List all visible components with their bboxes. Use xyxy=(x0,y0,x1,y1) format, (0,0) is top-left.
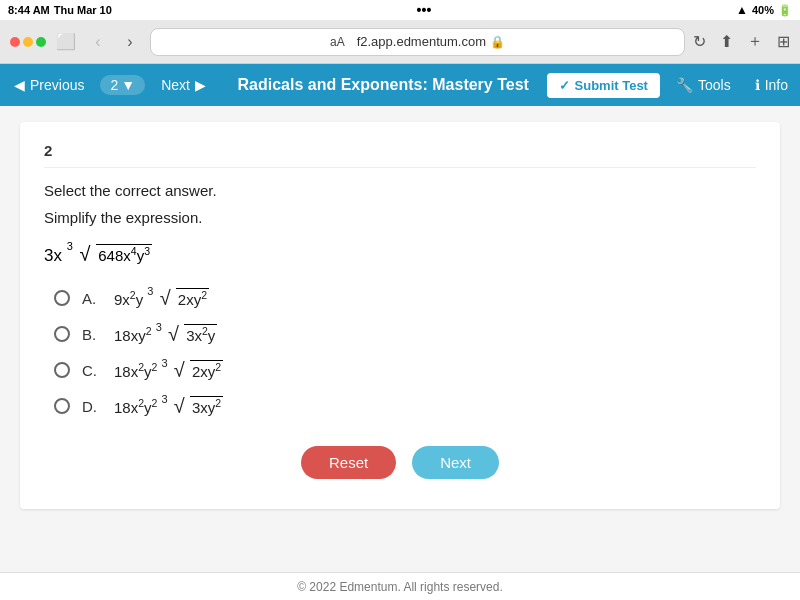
radio-c[interactable] xyxy=(54,362,70,378)
radical-index-main: 3 xyxy=(67,240,73,252)
submit-label: Submit Test xyxy=(575,78,648,93)
question-card: 2 Select the correct answer. Simplify th… xyxy=(20,122,780,509)
radical-index-d: 3 xyxy=(162,393,168,405)
font-size-label: aA xyxy=(330,35,345,49)
dots-icon: ••• xyxy=(417,2,432,18)
grid-btn[interactable]: ⊞ xyxy=(777,32,790,51)
new-tab-btn[interactable]: ＋ xyxy=(747,31,763,52)
minimize-dot[interactable] xyxy=(23,37,33,47)
choice-d-content: 18x2y2 3 √ 3xy2 xyxy=(114,396,223,416)
test-title: Radicals and Exponents: Mastery Test xyxy=(220,76,547,94)
date-display: Thu Mar 10 xyxy=(54,4,112,16)
info-button[interactable]: ℹ Info xyxy=(743,64,800,106)
maximize-dot[interactable] xyxy=(36,37,46,47)
info-label: Info xyxy=(765,77,788,93)
reload-btn[interactable]: ↻ xyxy=(693,32,706,51)
address-bar[interactable]: aA f2.app.edmentum.com 🔒 xyxy=(150,28,685,56)
next-icon: ▶ xyxy=(195,77,206,93)
question-number: 2 xyxy=(44,142,756,168)
next-button-main[interactable]: Next xyxy=(412,446,499,479)
footer: © 2022 Edmentum. All rights reserved. xyxy=(0,572,800,600)
wifi-icon: ▲ xyxy=(736,3,748,17)
battery-icon: 🔋 xyxy=(778,4,792,17)
question-num-text: 2 xyxy=(110,77,118,93)
question-instruction: Select the correct answer. xyxy=(44,182,756,199)
status-bar: 8:44 AM Thu Mar 10 ••• ▲ 40% 🔋 xyxy=(0,0,800,20)
choice-a[interactable]: A. 9x2y 3 √ 2xy2 xyxy=(54,288,756,308)
choice-d-label: D. xyxy=(82,398,102,415)
check-icon: ✓ xyxy=(559,78,570,93)
tools-icon: 🔧 xyxy=(676,77,693,93)
radical-index-a: 3 xyxy=(147,285,153,297)
status-center: ••• xyxy=(417,2,432,18)
submit-test-button[interactable]: ✓ Submit Test xyxy=(547,73,660,98)
dropdown-icon: ▼ xyxy=(121,77,135,93)
question-number-badge[interactable]: 2 ▼ xyxy=(100,75,145,95)
choice-b-content: 18xy2 3 √ 3x2y xyxy=(114,324,217,344)
radical-index-b: 3 xyxy=(156,321,162,333)
address-text: f2.app.edmentum.com xyxy=(357,34,486,49)
close-dot[interactable] xyxy=(10,37,20,47)
browser-back-btn[interactable]: ‹ xyxy=(86,30,110,54)
expression-coefficient: 3x xyxy=(44,246,62,265)
choice-c-content: 18x2y2 3 √ 2xy2 xyxy=(114,360,223,380)
radio-d[interactable] xyxy=(54,398,70,414)
radical-index-c: 3 xyxy=(162,357,168,369)
choice-a-content: 9x2y 3 √ 2xy2 xyxy=(114,288,209,308)
next-label-toolbar: Next xyxy=(161,77,190,93)
previous-icon: ◀ xyxy=(14,77,25,93)
time-display: 8:44 AM xyxy=(8,4,50,16)
tools-label: Tools xyxy=(698,77,731,93)
choice-b-label: B. xyxy=(82,326,102,343)
choice-c-label: C. xyxy=(82,362,102,379)
lock-icon: 🔒 xyxy=(490,35,505,49)
browser-traffic-lights xyxy=(10,37,46,47)
reset-button[interactable]: Reset xyxy=(301,446,396,479)
question-prompt: Simplify the expression. xyxy=(44,209,756,226)
app-toolbar: ◀ Previous 2 ▼ Next ▶ Radicals and Expon… xyxy=(0,64,800,106)
browser-tab-btn[interactable]: ⬜ xyxy=(54,30,78,54)
previous-button[interactable]: ◀ Previous xyxy=(0,64,98,106)
toolbar-right: ✓ Submit Test 🔧 Tools ℹ Info xyxy=(547,64,800,106)
browser-chrome: ⬜ ‹ › aA f2.app.edmentum.com 🔒 ↻ ⬆ ＋ ⊞ xyxy=(0,20,800,64)
radical-symbol-main: √ xyxy=(80,243,91,265)
choice-c[interactable]: C. 18x2y2 3 √ 2xy2 xyxy=(54,360,756,380)
previous-label: Previous xyxy=(30,77,84,93)
choice-d[interactable]: D. 18x2y2 3 √ 3xy2 xyxy=(54,396,756,416)
share-btn[interactable]: ⬆ xyxy=(720,32,733,51)
radio-a[interactable] xyxy=(54,290,70,306)
next-button-toolbar[interactable]: Next ▶ xyxy=(147,64,220,106)
tools-button[interactable]: 🔧 Tools xyxy=(664,64,743,106)
battery-display: 40% xyxy=(752,4,774,16)
radio-b[interactable] xyxy=(54,326,70,342)
choice-a-label: A. xyxy=(82,290,102,307)
main-expression: 3x 3 √ 648x4y3 xyxy=(44,244,756,266)
answer-choices: A. 9x2y 3 √ 2xy2 B. 18xy2 3 √ 3x2y xyxy=(54,288,756,416)
browser-forward-btn[interactable]: › xyxy=(118,30,142,54)
choice-b[interactable]: B. 18xy2 3 √ 3x2y xyxy=(54,324,756,344)
content-area: 2 Select the correct answer. Simplify th… xyxy=(0,106,800,572)
info-icon: ℹ xyxy=(755,77,760,93)
radical-content-main: 648x4y3 xyxy=(96,244,152,264)
browser-actions: ↻ ⬆ ＋ ⊞ xyxy=(693,31,790,52)
action-buttons: Reset Next xyxy=(44,446,756,479)
copyright-text: © 2022 Edmentum. All rights reserved. xyxy=(297,580,503,594)
status-left: 8:44 AM Thu Mar 10 xyxy=(8,4,112,16)
status-right: ▲ 40% 🔋 xyxy=(736,3,792,17)
question-nav: 2 ▼ xyxy=(98,64,147,106)
